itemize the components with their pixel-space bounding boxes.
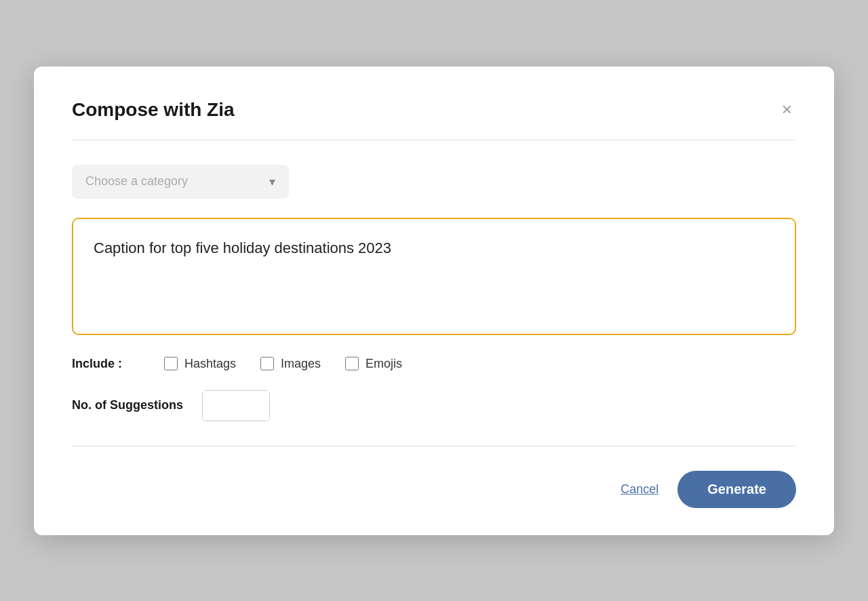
images-checkbox[interactable]	[260, 357, 274, 370]
suggestions-row: No. of Suggestions ▲ ▼	[72, 390, 796, 421]
chevron-down-icon: ▾	[269, 174, 275, 189]
category-placeholder: Choose a category	[85, 174, 188, 189]
hashtags-checkbox-item[interactable]: Hashtags	[164, 357, 236, 371]
emojis-label: Emojis	[366, 357, 402, 371]
modal-title: Compose with Zia	[72, 99, 235, 121]
suggestions-label: No. of Suggestions	[72, 398, 183, 412]
generate-button[interactable]: Generate	[677, 471, 796, 508]
images-checkbox-item[interactable]: Images	[260, 357, 321, 371]
images-label: Images	[281, 357, 321, 371]
textarea-wrapper: Caption for top five holiday destination…	[72, 218, 796, 335]
footer-divider	[72, 446, 796, 446]
header-divider	[72, 140, 796, 140]
modal-header: Compose with Zia ×	[72, 99, 796, 121]
suggestions-spinner[interactable]: ▲ ▼	[202, 390, 270, 421]
close-button[interactable]: ×	[778, 99, 796, 119]
compose-input[interactable]: Caption for top five holiday destination…	[73, 219, 795, 331]
hashtags-checkbox[interactable]	[164, 357, 178, 370]
compose-modal: Compose with Zia × Choose a category ▾ C…	[34, 66, 834, 535]
cancel-button[interactable]: Cancel	[620, 482, 658, 497]
hashtags-label: Hashtags	[184, 357, 236, 371]
modal-footer: Cancel Generate	[72, 471, 796, 508]
modal-overlay: Compose with Zia × Choose a category ▾ C…	[0, 0, 868, 601]
emojis-checkbox-item[interactable]: Emojis	[345, 357, 402, 371]
include-label: Include :	[72, 357, 140, 371]
include-row: Include : Hashtags Images Emojis	[72, 357, 796, 371]
suggestions-value-input[interactable]	[203, 391, 270, 421]
emojis-checkbox[interactable]	[345, 357, 359, 370]
category-dropdown[interactable]: Choose a category ▾	[72, 165, 289, 199]
